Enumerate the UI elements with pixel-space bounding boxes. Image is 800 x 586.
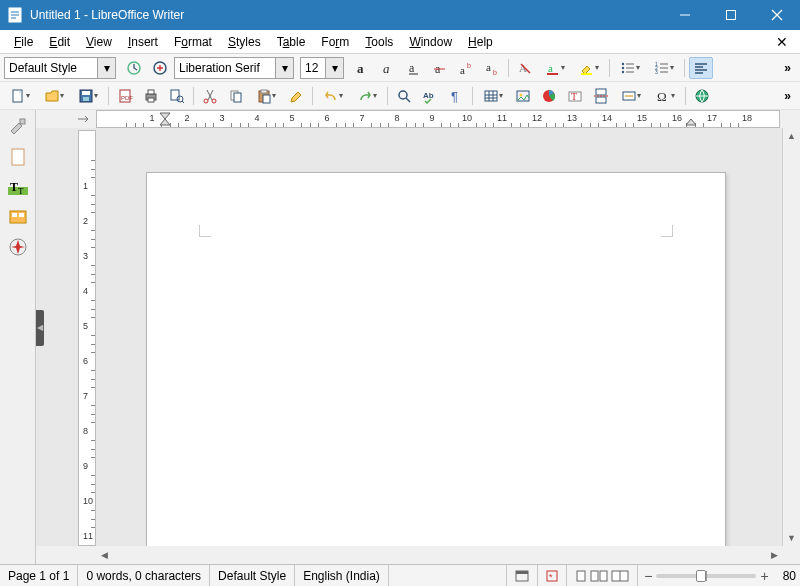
update-style-button[interactable] bbox=[122, 57, 146, 79]
insert-table-button[interactable]: ▾ bbox=[477, 85, 509, 107]
menu-styles[interactable]: Styles bbox=[220, 32, 269, 52]
superscript-button[interactable]: ab bbox=[454, 57, 478, 79]
new-style-button[interactable] bbox=[148, 57, 172, 79]
font-color-button[interactable]: a▾ bbox=[539, 57, 571, 79]
save-button[interactable]: ▾ bbox=[72, 85, 104, 107]
sidebar-gallery-icon[interactable] bbox=[5, 204, 31, 230]
status-language[interactable]: English (India) bbox=[295, 565, 389, 586]
redo-button[interactable]: ▾ bbox=[351, 85, 383, 107]
clear-formatting-button[interactable]: A bbox=[513, 57, 537, 79]
align-left-button[interactable] bbox=[689, 57, 713, 79]
menu-table[interactable]: Table bbox=[269, 32, 314, 52]
status-view-layout[interactable] bbox=[567, 565, 638, 586]
font-size-combo[interactable]: ▾ bbox=[300, 57, 344, 79]
insert-field-button[interactable]: ▾ bbox=[615, 85, 647, 107]
scroll-left-button[interactable]: ◀ bbox=[96, 546, 112, 564]
zoom-percent[interactable]: 80 bbox=[775, 565, 800, 586]
find-replace-button[interactable] bbox=[392, 85, 416, 107]
sidebar-properties-icon[interactable] bbox=[5, 114, 31, 140]
sidebar-page-icon[interactable] bbox=[5, 144, 31, 170]
insert-hyperlink-button[interactable] bbox=[690, 85, 714, 107]
toolbar-overflow-button[interactable]: » bbox=[780, 61, 796, 75]
menu-view[interactable]: View bbox=[78, 32, 120, 52]
cut-button[interactable] bbox=[198, 85, 222, 107]
bold-button[interactable]: a bbox=[350, 57, 374, 79]
menu-format[interactable]: Format bbox=[166, 32, 220, 52]
minimize-button[interactable] bbox=[662, 0, 708, 30]
spellcheck-button[interactable]: Ab bbox=[418, 85, 442, 107]
insert-symbol-button[interactable]: Ω▾ bbox=[649, 85, 681, 107]
vertical-scrollbar[interactable]: ▲ ▼ bbox=[782, 128, 800, 546]
scroll-up-button[interactable]: ▲ bbox=[783, 128, 800, 144]
font-size-input[interactable] bbox=[301, 58, 325, 78]
status-page[interactable]: Page 1 of 1 bbox=[0, 565, 78, 586]
vertical-ruler[interactable]: 1234567891011 bbox=[78, 130, 96, 546]
zoom-slider[interactable] bbox=[656, 574, 756, 578]
status-selection-mode[interactable] bbox=[507, 565, 538, 586]
right-indent-marker-icon[interactable] bbox=[685, 112, 697, 126]
underline-button[interactable]: a bbox=[402, 57, 426, 79]
scroll-down-button[interactable]: ▼ bbox=[783, 530, 800, 546]
subscript-button[interactable]: ab bbox=[480, 57, 504, 79]
menu-form[interactable]: Form bbox=[313, 32, 357, 52]
copy-button[interactable] bbox=[224, 85, 248, 107]
indent-marker-icon[interactable] bbox=[159, 112, 171, 126]
sidebar-collapse-handle[interactable] bbox=[36, 310, 44, 346]
zoom-out-button[interactable]: − bbox=[644, 568, 652, 584]
book-view-icon[interactable] bbox=[611, 570, 629, 582]
zoom-in-button[interactable]: + bbox=[760, 568, 768, 584]
window-titlebar: Untitled 1 - LibreOffice Writer bbox=[0, 0, 800, 30]
menu-help[interactable]: Help bbox=[460, 32, 501, 52]
window-title: Untitled 1 - LibreOffice Writer bbox=[30, 8, 662, 22]
status-style[interactable]: Default Style bbox=[210, 565, 295, 586]
strikethrough-button[interactable]: a bbox=[428, 57, 452, 79]
menu-insert[interactable]: Insert bbox=[120, 32, 166, 52]
status-signature[interactable]: * bbox=[538, 565, 567, 586]
sidebar-styles-icon[interactable]: TT bbox=[5, 174, 31, 200]
insert-textbox-button[interactable]: T bbox=[563, 85, 587, 107]
single-page-view-icon[interactable] bbox=[575, 570, 587, 582]
menu-window[interactable]: Window bbox=[401, 32, 460, 52]
print-preview-button[interactable] bbox=[165, 85, 189, 107]
horizontal-ruler[interactable]: 123456789101112131415161718 bbox=[96, 110, 780, 128]
clone-formatting-button[interactable] bbox=[284, 85, 308, 107]
maximize-button[interactable] bbox=[708, 0, 754, 30]
formatting-marks-button[interactable]: ¶ bbox=[444, 85, 468, 107]
font-size-dropdown[interactable]: ▾ bbox=[325, 58, 343, 78]
new-document-button[interactable]: ▾ bbox=[4, 85, 36, 107]
svg-text:T: T bbox=[18, 186, 24, 196]
multi-page-view-icon[interactable] bbox=[590, 570, 608, 582]
document-canvas[interactable] bbox=[96, 128, 782, 546]
document-close-button[interactable]: ✕ bbox=[770, 34, 794, 50]
sidebar-navigator-icon[interactable] bbox=[5, 234, 31, 260]
close-button[interactable] bbox=[754, 0, 800, 30]
page[interactable] bbox=[146, 172, 726, 546]
paragraph-style-dropdown[interactable]: ▾ bbox=[97, 58, 115, 78]
status-insert-mode[interactable] bbox=[389, 565, 507, 586]
menu-file[interactable]: File bbox=[6, 32, 41, 52]
italic-button[interactable]: a bbox=[376, 57, 400, 79]
insert-chart-button[interactable] bbox=[537, 85, 561, 107]
highlight-color-button[interactable]: ▾ bbox=[573, 57, 605, 79]
menu-tools[interactable]: Tools bbox=[357, 32, 401, 52]
menu-edit[interactable]: Edit bbox=[41, 32, 78, 52]
font-name-combo[interactable]: ▾ bbox=[174, 57, 294, 79]
paste-button[interactable]: ▾ bbox=[250, 85, 282, 107]
paragraph-style-input[interactable] bbox=[5, 58, 97, 78]
paragraph-style-combo[interactable]: ▾ bbox=[4, 57, 116, 79]
undo-button[interactable]: ▾ bbox=[317, 85, 349, 107]
print-button[interactable] bbox=[139, 85, 163, 107]
insert-image-button[interactable] bbox=[511, 85, 535, 107]
number-list-button[interactable]: 123▾ bbox=[648, 57, 680, 79]
font-name-dropdown[interactable]: ▾ bbox=[275, 58, 293, 78]
insert-page-break-button[interactable] bbox=[589, 85, 613, 107]
bullet-list-button[interactable]: ▾ bbox=[614, 57, 646, 79]
scroll-right-button[interactable]: ▶ bbox=[766, 546, 782, 564]
export-pdf-button[interactable]: PDF bbox=[113, 85, 137, 107]
font-name-input[interactable] bbox=[175, 58, 275, 78]
toolbar2-overflow-button[interactable]: » bbox=[780, 89, 796, 103]
svg-text:a: a bbox=[460, 64, 465, 76]
open-button[interactable]: ▾ bbox=[38, 85, 70, 107]
status-wordcount[interactable]: 0 words, 0 characters bbox=[78, 565, 210, 586]
horizontal-scrollbar[interactable]: ◀ ▶ bbox=[36, 546, 800, 564]
